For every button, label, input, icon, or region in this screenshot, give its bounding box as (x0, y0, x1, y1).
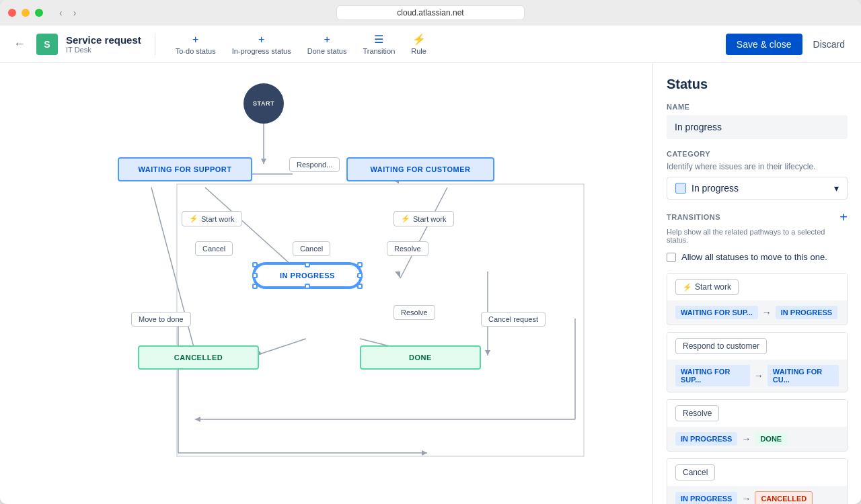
toolbar-transition[interactable]: ☰ Transition (356, 29, 402, 59)
transition-1-from: WAITING FOR SUP... (675, 306, 758, 319)
project-sub: IT Desk (66, 46, 141, 54)
toolbar-inprogress[interactable]: + In-progress status (225, 30, 298, 59)
back-nav-button[interactable]: ‹ (57, 6, 65, 19)
panel-title: Status (667, 77, 848, 92)
transition-2-name: Respond to customer (683, 341, 759, 351)
cancelled-node[interactable]: CANCELLED (138, 345, 259, 370)
done-label: Done status (307, 47, 347, 55)
transitions-label: TRANSITIONS (667, 213, 720, 221)
cancel-left-transition[interactable]: Cancel (195, 241, 233, 256)
discard-button[interactable]: Discard (808, 34, 850, 55)
done-node[interactable]: DONE (360, 345, 481, 370)
category-color-swatch (675, 183, 686, 194)
svg-marker-21 (195, 417, 200, 422)
svg-marker-10 (395, 271, 400, 278)
transition-2-from: WAITING FOR SUP... (675, 365, 750, 386)
move-to-done-transition[interactable]: Move to done (131, 312, 191, 327)
transition-item-2: Respond to customer WAITING FOR SUP... →… (667, 332, 848, 392)
workflow-canvas[interactable]: START WAITING FOR SUPPORT WAITING FOR CU… (0, 63, 652, 504)
svg-marker-24 (422, 450, 427, 456)
arrow-icon-3: → (741, 433, 751, 444)
transition-2-name-button[interactable]: Respond to customer (675, 338, 767, 354)
save-close-button[interactable]: Save & close (726, 34, 802, 55)
project-name: Service request (66, 34, 141, 46)
svg-line-13 (256, 339, 306, 355)
toolbar: + To-do status + In-progress status + Do… (169, 29, 718, 59)
rule-label: Rule (411, 47, 426, 55)
transition-label: Transition (363, 47, 395, 55)
forward-nav-button[interactable]: › (71, 6, 79, 19)
transition-item-3: Resolve IN PROGRESS → DONE (667, 399, 848, 452)
in-progress-node[interactable]: IN PROGRESS (254, 263, 361, 288)
toolbar-done[interactable]: + Done status (301, 30, 354, 59)
transition-1-flow: WAITING FOR SUP... → IN PROGRESS (667, 300, 847, 325)
titlebar: ‹ › cloud.atlassian.net (0, 0, 861, 26)
maximize-button[interactable] (35, 9, 43, 17)
transition-4-name-row: Cancel (667, 459, 847, 486)
category-select[interactable]: In progress ▾ (667, 177, 848, 200)
resolve-left-transition[interactable]: Resolve (387, 241, 428, 256)
back-button[interactable]: ← (11, 34, 28, 54)
select-left: In progress (675, 183, 739, 194)
transition-4-from: IN PROGRESS (675, 492, 737, 504)
transition-3-name: Resolve (683, 409, 712, 418)
waiting-support-node[interactable]: WAITING FOR SUPPORT (118, 157, 252, 181)
start-work-right-transition[interactable]: ⚡ Start work (394, 211, 454, 226)
inprogress-label: In-progress status (232, 47, 291, 55)
add-transition-button[interactable]: + (839, 210, 848, 224)
transition-2-flow: WAITING FOR SUP... → WAITING FOR CU... (667, 360, 847, 392)
name-label: NAME (667, 103, 848, 111)
right-panel: Status NAME In progress CATEGORY Identif… (652, 63, 861, 504)
resolve-right-transition[interactable]: Resolve (394, 305, 435, 320)
toolbar-rule[interactable]: ⚡ Rule (404, 29, 433, 59)
cancel-right-transition[interactable]: Cancel (293, 241, 330, 256)
app-window: ‹ › cloud.atlassian.net ← S Service requ… (0, 0, 861, 504)
allow-all-label: Allow all statuses to move to this one. (681, 252, 827, 262)
app-content: ← S Service request IT Desk + To-do stat… (0, 26, 861, 504)
arrow-icon-1: → (762, 307, 772, 318)
workflow-diagram: START WAITING FOR SUPPORT WAITING FOR CU… (64, 77, 589, 466)
cancel-request-transition[interactable]: Cancel request (481, 312, 546, 327)
transition-3-name-row: Resolve (667, 400, 847, 427)
nav-buttons: ‹ › (57, 6, 79, 19)
svg-marker-18 (485, 350, 490, 355)
transition-4-name-button[interactable]: Cancel (675, 464, 715, 480)
close-button[interactable] (8, 9, 16, 17)
transition-3-flow: IN PROGRESS → DONE (667, 427, 847, 451)
toolbar-todo[interactable]: + To-do status (169, 30, 223, 59)
todo-label: To-do status (176, 47, 216, 55)
transition-3-name-button[interactable]: Resolve (675, 405, 719, 421)
allow-all-row: Allow all statuses to move to this one. (667, 252, 848, 262)
chevron-down-icon: ▾ (834, 183, 839, 194)
allow-all-checkbox[interactable] (667, 253, 676, 262)
minimize-button[interactable] (22, 9, 30, 17)
url-bar[interactable]: cloud.atlassian.net (336, 5, 525, 20)
respond-transition[interactable]: Respond... (289, 157, 340, 172)
svg-line-9 (400, 187, 447, 278)
transition-4-flow: IN PROGRESS → CANCELLED (667, 486, 847, 504)
arrow-icon-4: → (741, 493, 751, 504)
transition-item-4: Cancel IN PROGRESS → CANCELLED (667, 458, 848, 504)
transition-2-to: WAITING FOR CU... (768, 365, 839, 386)
waiting-customer-node[interactable]: WAITING FOR CUSTOMER (346, 157, 494, 181)
transition-1-name: Start work (695, 282, 731, 292)
transition-4-to: CANCELLED (755, 491, 813, 504)
project-info: Service request IT Desk (66, 34, 141, 54)
svg-marker-1 (261, 159, 266, 164)
category-label: CATEGORY (667, 150, 848, 158)
done-icon: + (324, 34, 330, 46)
header-divider (155, 34, 155, 55)
transition-1-name-button[interactable]: ⚡ Start work (675, 279, 739, 295)
transition-1-to: IN PROGRESS (776, 306, 837, 319)
rule-icon: ⚡ (412, 33, 426, 46)
transition-3-from: IN PROGRESS (675, 432, 737, 446)
transition-item-1: ⚡ Start work WAITING FOR SUP... → IN PRO… (667, 273, 848, 325)
project-icon: S (36, 34, 58, 55)
transition-4-name: Cancel (683, 468, 708, 477)
transition-2-name-row: Respond to customer (667, 333, 847, 360)
transition-3-to: DONE (755, 432, 787, 446)
transitions-header: TRANSITIONS + (667, 210, 848, 224)
start-work-left-transition[interactable]: ⚡ Start work (182, 211, 242, 226)
main-content: START WAITING FOR SUPPORT WAITING FOR CU… (0, 63, 861, 504)
transitions-hint: Help show all the related pathways to a … (667, 228, 848, 244)
